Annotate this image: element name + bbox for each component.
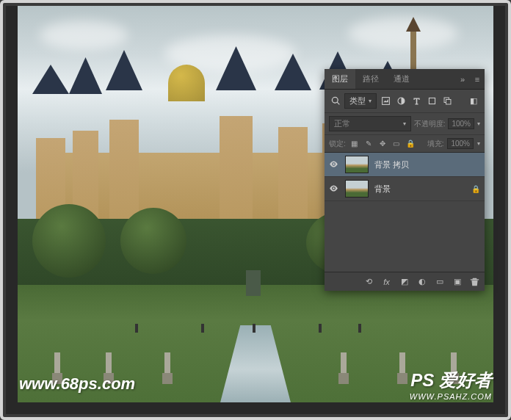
- adjustment-layer-icon[interactable]: ◐: [416, 276, 427, 287]
- layer-thumbnail[interactable]: [345, 180, 369, 198]
- filter-type-label: 类型: [349, 95, 366, 106]
- lock-artboard-icon[interactable]: ▭: [391, 139, 402, 149]
- lock-row: 锁定: ▦ ✎ ✥ ▭ 🔒 填充: 100% ▾: [325, 135, 485, 153]
- watermark-right-main: PS 爱好者: [410, 369, 492, 392]
- svg-point-6: [333, 187, 334, 189]
- layers-list: 背景 拷贝 背景 🔒: [325, 153, 485, 272]
- layer-row[interactable]: 背景 🔒: [325, 177, 485, 201]
- layer-mask-icon[interactable]: ◩: [399, 276, 410, 287]
- svg-point-5: [333, 163, 334, 164]
- new-layer-icon[interactable]: ▣: [452, 276, 463, 287]
- visibility-icon[interactable]: [329, 184, 339, 194]
- lock-all-icon[interactable]: 🔒: [405, 139, 416, 149]
- tab-paths[interactable]: 路径: [355, 69, 386, 89]
- shape-filter-icon[interactable]: [425, 95, 438, 108]
- panel-menu-icon[interactable]: ≡: [470, 75, 485, 84]
- filter-toggle-icon[interactable]: ◧: [467, 95, 480, 108]
- workspace: www.68ps.com PS 爱好者 WWW.PSAHZ.COM 图层 路径 …: [6, 6, 505, 414]
- blend-mode-select[interactable]: 正常 ▾: [329, 116, 411, 131]
- panel-collapse-icon[interactable]: »: [455, 75, 470, 84]
- smart-filter-icon[interactable]: [441, 95, 454, 108]
- tab-layers[interactable]: 图层: [325, 69, 355, 89]
- text-filter-icon[interactable]: [410, 95, 423, 108]
- svg-rect-4: [446, 99, 451, 104]
- layer-thumbnail[interactable]: [345, 156, 369, 173]
- lock-icon: 🔒: [471, 185, 480, 193]
- group-icon[interactable]: ▭: [434, 276, 445, 287]
- layer-fx-icon[interactable]: fx: [381, 276, 392, 287]
- layer-name[interactable]: 背景 拷贝: [374, 159, 480, 170]
- lock-position-icon[interactable]: ✥: [377, 139, 388, 149]
- fill-label: 填充:: [427, 139, 444, 149]
- watermark-right: PS 爱好者 WWW.PSAHZ.COM: [410, 369, 492, 401]
- watermark-left: www.68ps.com: [19, 374, 135, 394]
- lock-label: 锁定:: [329, 139, 346, 149]
- search-icon[interactable]: [329, 95, 342, 108]
- watermark-right-sub: WWW.PSAHZ.COM: [410, 392, 492, 401]
- lock-pixels-icon[interactable]: ▦: [349, 139, 360, 149]
- delete-icon[interactable]: [469, 276, 480, 287]
- app-frame: www.68ps.com PS 爱好者 WWW.PSAHZ.COM 图层 路径 …: [0, 0, 511, 420]
- chevron-down-icon: ▾: [403, 120, 406, 127]
- filter-type-select[interactable]: 类型 ▾: [344, 93, 377, 109]
- panel-tabs: 图层 路径 通道 » ≡: [325, 69, 485, 90]
- link-layers-icon[interactable]: ⟲: [363, 276, 374, 287]
- opacity-value[interactable]: 100%: [448, 118, 474, 129]
- layer-name[interactable]: 背景: [374, 184, 465, 195]
- layer-row[interactable]: 背景 拷贝: [325, 153, 485, 177]
- chevron-down-icon[interactable]: ▾: [477, 120, 480, 127]
- svg-rect-2: [429, 98, 435, 104]
- blend-row: 正常 ▾ 不透明度: 100% ▾: [325, 113, 485, 135]
- fill-value[interactable]: 100%: [447, 138, 474, 149]
- layers-panel: 图层 路径 通道 » ≡ 类型 ▾ ◧ 正常 ▾ 不透明度: 100% ▾ 锁定…: [325, 69, 485, 291]
- panel-footer: ⟲ fx ◩ ◐ ▭ ▣: [325, 272, 485, 291]
- lock-brush-icon[interactable]: ✎: [363, 139, 374, 149]
- image-filter-icon[interactable]: [379, 95, 392, 108]
- chevron-down-icon[interactable]: ▾: [477, 140, 480, 147]
- layer-filter-row: 类型 ▾ ◧: [325, 90, 485, 113]
- adjustment-filter-icon[interactable]: [394, 95, 407, 108]
- opacity-label: 不透明度:: [414, 119, 446, 129]
- blend-mode-label: 正常: [334, 118, 350, 129]
- chevron-down-icon: ▾: [369, 98, 372, 104]
- tab-channels[interactable]: 通道: [386, 69, 417, 89]
- visibility-icon[interactable]: [329, 159, 339, 170]
